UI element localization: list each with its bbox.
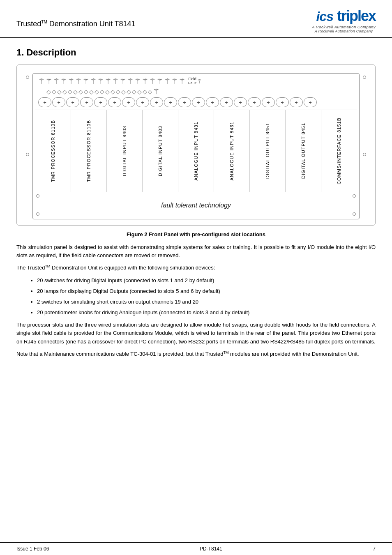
bullet-4: 20 potentiometer knobs for driving Analo… (37, 309, 376, 317)
connector-20: ⚚ (179, 77, 185, 86)
connector-14: ⚚ (134, 77, 141, 86)
connector-6: ⚚ (75, 77, 82, 86)
section-heading: 1. Description (0, 38, 392, 64)
panel-diagram: ⚚ ⚚ ⚚ ⚚ ⚚ ⚚ ⚚ ⚚ ⚚ ⚚ ⚚ ⚚ ⚚ ⚚ ⚚ ⚚ ⚚ (21, 71, 371, 221)
plus-2: + (52, 97, 65, 107)
slot-3: DIGITAL INPUT 8403 (107, 110, 143, 192)
corner-circle-tl (26, 76, 29, 79)
plus-16: + (248, 97, 261, 107)
diamond-15: ◇ (121, 88, 126, 95)
diamond-18: ◇ (137, 88, 142, 95)
connector-1: ⚚ (38, 77, 45, 86)
module-slots: TMR PROCESSOR 8110B TMR PROCESSOR 8110B … (35, 110, 357, 192)
plus-20: + (304, 97, 317, 107)
bottom2-circle-l (36, 212, 39, 216)
bottom-circle-r (353, 194, 356, 198)
plus-circles-row: + + + + + + + + + + + + + + + + + (35, 97, 357, 107)
diamond-17: ◇ (132, 88, 136, 95)
diamond-1: ◇ (46, 88, 51, 95)
figure-box: ⚚ ⚚ ⚚ ⚚ ⚚ ⚚ ⚚ ⚚ ⚚ ⚚ ⚚ ⚚ ⚚ ⚚ ⚚ ⚚ ⚚ (16, 64, 376, 226)
connector-16: ⚚ (149, 77, 156, 86)
tm-sup-3: TM (223, 350, 228, 355)
connector-17: ⚚ (157, 77, 163, 86)
diamond-11: ◇ (100, 88, 104, 95)
slot-7-label: DIGITAL OUTPUT 8451 (265, 123, 270, 179)
plus-1: + (38, 97, 51, 107)
connector-12: ⚚ (120, 77, 126, 86)
slot-5: ANALOGUE INPUT 8431 (178, 110, 214, 192)
figure-caption: Figure 2 Front Panel with pre-configured… (16, 231, 376, 237)
body-text: This simulation panel is designed to ass… (0, 243, 392, 358)
diamond-12: ◇ (105, 88, 110, 95)
body-para1: This simulation panel is designed to ass… (16, 243, 376, 260)
plus-13: + (206, 97, 219, 107)
connector-5: ⚚ (68, 77, 74, 86)
slot-6-label: ANALOGUE INPUT 8431 (229, 122, 234, 181)
slot-1-label: TMR PROCESSOR 8110B (51, 120, 55, 182)
diamond-row: ◇ ◇ ◇ ◇ ◇ ◇ ◇ ◇ ◇ ◇ ◇ ◇ ◇ ◇ ◇ ◇ ◇ (35, 87, 357, 96)
slot-2: TMR PROCESSOR 8110B (71, 110, 107, 192)
plus-3: + (66, 97, 79, 107)
field-fault-label: FieldFault (188, 77, 196, 85)
diamond-2: ◇ (52, 88, 56, 95)
diamond-19: ◇ (143, 88, 147, 95)
slot-6: ANALOGUE INPUT 8431 (214, 110, 250, 192)
plus-9: + (150, 97, 163, 107)
diamond-field: ⚚ (153, 87, 159, 96)
fault-tolerant-label: fault tolerant technology (35, 198, 357, 211)
bottom-circle-l (36, 194, 39, 198)
document-title: TrustedTM Demonstration Unit T8141 (16, 7, 136, 28)
diamond-7: ◇ (78, 88, 83, 95)
diamond-16: ◇ (127, 88, 131, 95)
plus-8: + (136, 97, 149, 107)
body-para4: Note that a Maintenance communications c… (16, 350, 376, 358)
diamond-9: ◇ (89, 88, 94, 95)
plus-14: + (220, 97, 233, 107)
connector-4: ⚚ (60, 77, 67, 86)
diamond-4: ◇ (62, 88, 67, 95)
bottom2-side-circles (35, 211, 357, 216)
plus-11: + (178, 97, 191, 107)
plus-4: + (80, 97, 93, 107)
diamond-3: ◇ (57, 88, 62, 95)
slot-8-label: DIGITAL OUTPUT 8451 (301, 123, 306, 179)
connector-9: ⚚ (97, 77, 104, 86)
connector-11: ⚚ (112, 77, 119, 86)
connector-icons-row: ⚚ ⚚ ⚚ ⚚ ⚚ ⚚ ⚚ ⚚ ⚚ ⚚ ⚚ ⚚ ⚚ ⚚ ⚚ ⚚ ⚚ (35, 77, 357, 86)
ics-triplex-logo: ics triplex (312, 7, 376, 25)
features-list: 20 switches for driving Digital Inputs (… (37, 276, 376, 317)
tm-sup-2: TM (45, 264, 50, 268)
slot-1: TMR PROCESSOR 8110B (35, 110, 71, 192)
slot-9-label: COMMS/INTERFACE 8151B (337, 117, 341, 184)
plus-12: + (192, 97, 205, 107)
body-para2: The TrustedTM Demonstration Unit is equi… (16, 264, 376, 272)
bottom-side-circles (35, 192, 357, 198)
footer-center: PD-T8141 (200, 546, 222, 552)
connector-field: ⚚ (197, 78, 202, 85)
corner-circle-br (363, 153, 366, 156)
connector-7: ⚚ (83, 77, 89, 86)
slot-4: DIGITAL INPUT 8403 (143, 110, 178, 192)
footer-left: Issue 1 Feb 06 (16, 546, 49, 552)
diamond-20: ◇ (148, 89, 152, 95)
plus-6: + (108, 97, 121, 107)
connector-18: ⚚ (164, 77, 171, 86)
slot-4-label: DIGITAL INPUT 8403 (158, 126, 163, 176)
slot-9: COMMS/INTERFACE 8151B (321, 110, 357, 192)
diamond-6: ◇ (73, 88, 78, 95)
bottom2-circle-r (353, 212, 356, 216)
page-footer: Issue 1 Feb 06 PD-T8141 7 (0, 542, 392, 555)
slot-5-label: ANALOGUE INPUT 8431 (194, 122, 198, 181)
connector-2: ⚚ (46, 77, 52, 86)
connector-3: ⚚ (53, 77, 60, 86)
connector-15: ⚚ (142, 77, 148, 86)
plus-15: + (234, 97, 247, 107)
plus-10: + (164, 97, 177, 107)
rockwell-tagline: A Rockwell Automation Company (312, 25, 376, 29)
tm-sup: TM (41, 20, 47, 24)
body-para3: The processor slots and the three wired … (16, 321, 376, 345)
page-header: TrustedTM Demonstration Unit T8141 ics t… (0, 0, 392, 38)
logo-area: ics triplex A Rockwell Automation Compan… (312, 7, 376, 33)
corner-circle-bl (26, 153, 29, 156)
diamond-8: ◇ (84, 88, 88, 95)
